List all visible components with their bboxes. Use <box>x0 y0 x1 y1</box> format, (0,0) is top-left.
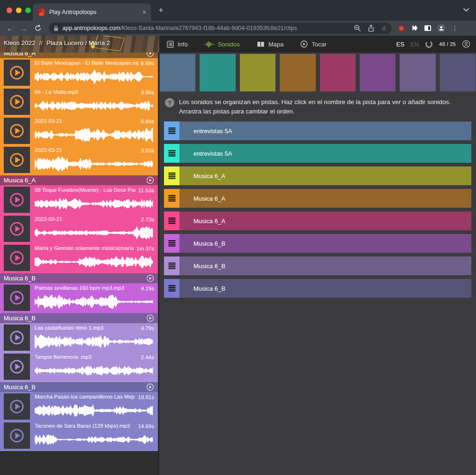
clip-play-button[interactable] <box>4 216 30 242</box>
drag-handle-icon <box>168 263 176 269</box>
zoom-out-icon[interactable] <box>354 24 361 32</box>
track-row[interactable]: Musica 6_B <box>164 256 471 275</box>
clip-row: María y Germán solamente música(maría 2.… <box>0 243 158 272</box>
clip-play-button[interactable] <box>4 324 30 351</box>
track-body[interactable]: entrevistas 5A <box>179 144 471 163</box>
share-icon[interactable] <box>368 24 374 32</box>
url-path: /Kleos-Santa-Marina/e2767943-f18b-44ab-9… <box>120 25 297 31</box>
section-play-icon[interactable] <box>146 314 154 322</box>
close-window-button[interactable] <box>7 8 12 13</box>
track-drag-handle[interactable] <box>164 166 179 185</box>
track-swatch[interactable] <box>200 54 235 91</box>
track-body[interactable]: Musica 6_A <box>179 189 471 208</box>
main-content: Musica 6_AEl Baile Mexicapan - El Baile … <box>0 53 476 475</box>
play-icon <box>8 289 26 307</box>
waveform-image <box>35 155 154 173</box>
clip-play-button[interactable] <box>4 422 30 449</box>
account-icon[interactable] <box>462 40 470 48</box>
window-controls[interactable] <box>7 8 31 13</box>
nav-item-info[interactable]: Info <box>167 41 188 48</box>
track-body[interactable]: Musica 6_B <box>179 279 471 298</box>
new-tab-button[interactable]: + <box>158 6 164 15</box>
section-play-icon[interactable] <box>146 274 154 282</box>
section-header[interactable]: Musica 6_B <box>0 313 158 323</box>
track-row[interactable]: entrevistas 5A <box>164 144 471 163</box>
track-drag-handle[interactable] <box>164 121 179 140</box>
tab-search-chevron-icon[interactable] <box>463 8 469 12</box>
track-name: Musica 6_B <box>179 240 225 247</box>
track-body[interactable]: Musica 6_B <box>179 256 471 275</box>
forward-button[interactable]: → <box>18 24 30 32</box>
track-drag-handle[interactable] <box>164 144 179 163</box>
track-row[interactable]: Musica 6_B <box>164 279 471 298</box>
language-es[interactable]: ES <box>396 41 404 48</box>
breadcrumb-scene[interactable]: Plaza Lucero / María 2 <box>46 39 110 46</box>
browser-menu-kebab-icon[interactable]: ⋮ <box>452 24 458 32</box>
profile-avatar[interactable] <box>437 24 446 32</box>
back-button[interactable]: ← <box>4 24 16 32</box>
track-swatch[interactable] <box>440 54 476 91</box>
app-nav: Info Sonidos Mapa Tocar ES EN <box>159 36 476 53</box>
nav-item-sonidos[interactable]: Sonidos <box>205 41 240 48</box>
track-row[interactable]: entrevistas 5A <box>164 121 471 140</box>
track-row[interactable]: Musica 6_A <box>164 166 471 185</box>
track-swatch[interactable] <box>240 54 275 91</box>
clip-play-button[interactable] <box>4 147 30 173</box>
nav-item-tocar[interactable]: Tocar <box>300 40 327 48</box>
clip-duration: 19.91s <box>138 394 154 401</box>
section-play-icon[interactable] <box>146 176 154 184</box>
drag-handle-icon <box>168 128 176 134</box>
bookmark-star-icon[interactable]: ☆ <box>381 24 387 32</box>
screen-record-extension-icon[interactable] <box>398 25 404 31</box>
track-drag-handle[interactable] <box>164 189 179 208</box>
reload-button[interactable] <box>32 24 44 32</box>
track-swatch[interactable] <box>360 54 395 91</box>
nav-item-mapa[interactable]: Mapa <box>257 41 284 48</box>
waveform-image <box>35 68 154 86</box>
track-swatch[interactable] <box>400 54 435 91</box>
track-swatch[interactable] <box>280 54 315 91</box>
minimize-window-button[interactable] <box>16 8 22 13</box>
section-play-icon[interactable] <box>146 53 154 57</box>
track-body[interactable]: Musica 6_A <box>179 211 471 230</box>
clip-play-button[interactable] <box>4 187 30 213</box>
track-body[interactable]: Musica 6_B <box>179 234 471 253</box>
clip-name: Tangos flamencos .mp3 <box>35 354 138 360</box>
track-row[interactable]: Musica 6_A <box>164 189 471 208</box>
track-body[interactable]: Musica 6_A <box>179 166 471 185</box>
clip-play-button[interactable] <box>4 60 30 86</box>
clip-duration: 3.03s <box>141 147 154 154</box>
tab-close-icon[interactable]: × <box>142 8 146 16</box>
track-swatch[interactable] <box>320 54 356 91</box>
fullscreen-window-button[interactable] <box>25 8 31 13</box>
section-header[interactable]: Musica 6_B <box>0 273 158 283</box>
section-header[interactable]: Musica 6_A <box>0 53 158 58</box>
breadcrumb-project[interactable]: Kleos 2022 <box>4 39 36 46</box>
track-row[interactable]: Musica 6_A <box>164 211 471 230</box>
clip-play-button[interactable] <box>4 89 30 115</box>
play-icon <box>8 122 26 140</box>
track-name: Musica 6_B <box>179 263 225 270</box>
clip-play-button[interactable] <box>4 245 30 271</box>
map-thumbnail[interactable]: Kleos 2022 // Plaza Lucero / María 2 <box>0 36 159 53</box>
track-drag-handle[interactable] <box>164 211 179 230</box>
track-body[interactable]: entrevistas 5A <box>179 121 471 140</box>
side-panel-icon[interactable] <box>424 25 431 31</box>
url-bar[interactable]: app.antropoloops.com/Kleos-Santa-Marina/… <box>49 23 392 34</box>
clip-play-button[interactable] <box>4 354 30 380</box>
track-swatch[interactable] <box>160 54 195 91</box>
section-header[interactable]: Musica 6_B <box>0 382 158 392</box>
extensions-puzzle-icon[interactable] <box>410 24 418 32</box>
browser-tab[interactable]: Play Antropoloops × <box>33 3 151 21</box>
clip-play-button[interactable] <box>4 393 30 420</box>
section-play-icon[interactable] <box>146 383 154 391</box>
language-en[interactable]: EN <box>410 41 419 48</box>
track-row[interactable]: Musica 6_B <box>164 234 471 253</box>
track-drag-handle[interactable] <box>164 256 179 275</box>
track-drag-handle[interactable] <box>164 234 179 253</box>
clip-play-button[interactable] <box>4 118 30 144</box>
clip-play-button[interactable] <box>4 285 30 311</box>
section-header[interactable]: Musica 6_A <box>0 175 158 185</box>
track-drag-handle[interactable] <box>164 279 179 298</box>
clip-name: Las castañuelas ritmo 1.mp3 <box>35 325 138 331</box>
